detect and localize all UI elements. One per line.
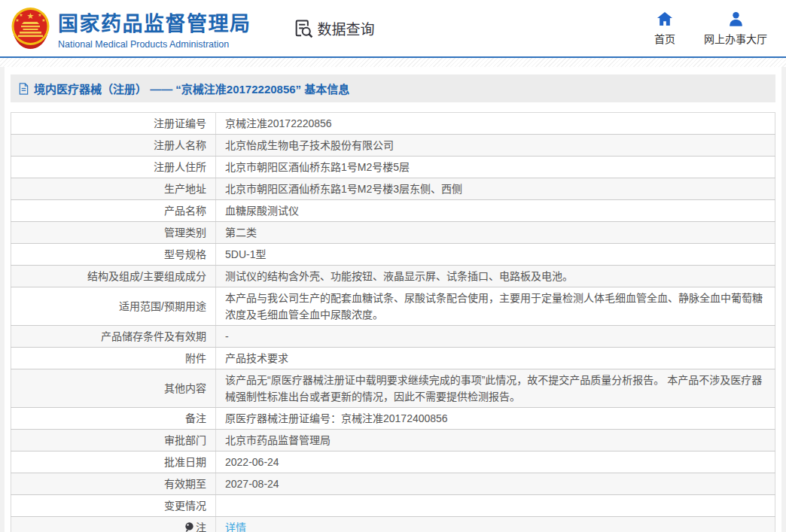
nav-service-hall[interactable]: 网上办事大厅 (704, 11, 767, 46)
row-value: 北京市药品监督管理局 (216, 430, 775, 451)
site-logo[interactable]: ★ ★ ★ ★ ★ 国家药品监督管理局 National Medical Pro… (11, 7, 251, 50)
table-row: 注册证编号京械注准20172220856 (11, 113, 775, 135)
brand-text: 国家药品监督管理局 National Medical Products Admi… (58, 8, 251, 50)
row-value: 北京怡成生物电子技术股份有限公司 (216, 135, 775, 157)
row-value: 2027-08-24 (216, 473, 775, 495)
svg-text:★: ★ (27, 11, 35, 20)
row-value: 2022-06-24 (216, 451, 775, 473)
row-value: 北京市朝阳区酒仙桥东路1号M2号楼5层 (216, 157, 775, 178)
row-value: 5DU-1型 (216, 244, 775, 266)
table-row: 管理类别第二类 (11, 222, 775, 244)
document-search-icon (293, 18, 314, 39)
svg-text:★: ★ (19, 13, 23, 17)
row-value: 原医疗器械注册证编号：京械注准20172400856 (216, 408, 775, 430)
row-value: 本产品与我公司生产的配套血糖试条、尿酸试条配合使用，主要用于定量检测人体毛细血管… (216, 287, 775, 326)
row-label: 注册证编号 (11, 113, 216, 135)
nav-home[interactable]: 首页 (654, 11, 675, 46)
table-row: 附件产品技术要求 (11, 348, 775, 369)
svg-text:★: ★ (41, 18, 45, 23)
row-label: 产品名称 (11, 200, 216, 222)
row-value: 北京市朝阳区酒仙桥东路1号M2号楼3层东侧、西侧 (216, 178, 775, 200)
table-row: 注册人名称北京怡成生物电子技术股份有限公司 (11, 135, 775, 157)
row-value: 产品技术要求 (216, 348, 775, 369)
nav-data-query[interactable]: 数据查询 (293, 18, 375, 39)
site-header: ★ ★ ★ ★ ★ 国家药品监督管理局 National Medical Pro… (0, 0, 786, 58)
table-row: 注册人住所北京市朝阳区酒仙桥东路1号M2号楼5层 (11, 157, 775, 178)
svg-text:★: ★ (15, 18, 19, 23)
detail-link[interactable]: 详情 (225, 521, 246, 532)
top-nav: 首页 网上办事大厅 (654, 11, 767, 46)
table-row: 变更情况 (11, 495, 775, 517)
row-value: 该产品无“原医疗器械注册证中载明要求继续完成的事项”此情况，故不提交产品质量分析… (216, 369, 775, 408)
table-row: 产品储存条件及有效期- (11, 326, 775, 348)
row-label: 型号规格 (11, 244, 216, 266)
page-title-bar: 境内医疗器械（注册） —— “京械注准20172220856” 基本信息 (11, 74, 775, 102)
table-row: 审批部门北京市药品监督管理局 (11, 430, 775, 451)
row-label: 有效期至 (11, 473, 216, 495)
svg-text:★: ★ (38, 13, 41, 17)
national-emblem-icon: ★ ★ ★ ★ ★ (11, 7, 50, 50)
row-label: 产品储存条件及有效期 (11, 326, 216, 348)
row-label: 备注 (11, 408, 216, 430)
table-row: 备注原医疗器械注册证编号：京械注准20172400856 (11, 408, 775, 430)
row-label: 审批部门 (11, 430, 216, 451)
row-label: 适用范围/预期用途 (11, 287, 216, 326)
table-row: 适用范围/预期用途本产品与我公司生产的配套血糖试条、尿酸试条配合使用，主要用于定… (11, 287, 775, 326)
row-value: 测试仪的结构含外壳、功能按钮、液晶显示屏、试条插口、电路板及电池。 (216, 266, 775, 287)
row-label: 注册人住所 (11, 157, 216, 178)
nav-home-label: 首页 (654, 31, 675, 46)
table-row: 注详情 (11, 517, 775, 532)
nav-service-hall-label: 网上办事大厅 (704, 31, 767, 46)
row-label: 生产地址 (11, 178, 216, 200)
data-query-label: 数据查询 (318, 18, 375, 38)
row-label: 批准日期 (11, 451, 216, 473)
table-row: 批准日期2022-06-24 (11, 451, 775, 473)
divider-hatch (0, 58, 786, 67)
org-name-en: National Medical Products Administration (58, 39, 251, 50)
org-name-cn: 国家药品监督管理局 (58, 8, 251, 37)
row-label: 其他内容 (11, 369, 216, 408)
document-icon (18, 83, 29, 95)
row-label: 变更情况 (11, 495, 216, 517)
table-row: 结构及组成/主要组成成分测试仪的结构含外壳、功能按钮、液晶显示屏、试条插口、电路… (11, 266, 775, 287)
table-row: 型号规格5DU-1型 (11, 244, 775, 266)
table-row: 生产地址北京市朝阳区酒仙桥东路1号M2号楼3层东侧、西侧 (11, 178, 775, 200)
home-icon (657, 11, 673, 26)
row-label: 注册人名称 (11, 135, 216, 157)
row-value (216, 495, 775, 517)
info-table: 注册证编号京械注准20172220856注册人名称北京怡成生物电子技术股份有限公… (11, 112, 775, 532)
row-value: 京械注准20172220856 (216, 113, 775, 135)
person-icon (728, 11, 744, 26)
row-value: 第二类 (216, 222, 775, 244)
row-label: 管理类别 (11, 222, 216, 244)
row-label: 结构及组成/主要组成成分 (11, 266, 216, 287)
page-title: 境内医疗器械（注册） —— “京械注准20172220856” 基本信息 (34, 81, 349, 96)
info-table-body: 注册证编号京械注准20172220856注册人名称北京怡成生物电子技术股份有限公… (11, 113, 775, 532)
row-value: 血糖尿酸测试仪 (216, 200, 775, 222)
row-value: 详情 (216, 517, 775, 532)
row-label: 附件 (11, 348, 216, 369)
content-area: 境内医疗器械（注册） —— “京械注准20172220856” 基本信息 注册证… (0, 67, 786, 532)
row-label: 注 (11, 517, 216, 532)
note-balloon-icon (185, 522, 193, 532)
table-row: 产品名称血糖尿酸测试仪 (11, 200, 775, 222)
table-row: 其他内容该产品无“原医疗器械注册证中载明要求继续完成的事项”此情况，故不提交产品… (11, 369, 775, 408)
row-value: - (216, 326, 775, 348)
table-row: 有效期至2027-08-24 (11, 473, 775, 495)
